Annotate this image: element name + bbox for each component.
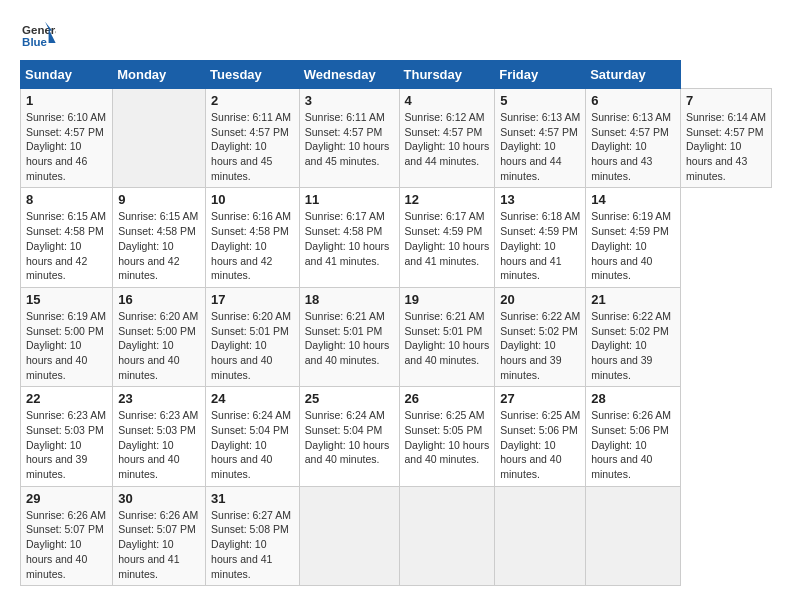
calendar-cell: 26Sunrise: 6:25 AMSunset: 5:05 PMDayligh… <box>399 387 495 486</box>
calendar-cell: 4Sunrise: 6:12 AMSunset: 4:57 PMDaylight… <box>399 89 495 188</box>
calendar-cell: 14Sunrise: 6:19 AMSunset: 4:59 PMDayligh… <box>586 188 681 287</box>
calendar-cell: 24Sunrise: 6:24 AMSunset: 5:04 PMDayligh… <box>206 387 300 486</box>
calendar-cell: 8Sunrise: 6:15 AMSunset: 4:58 PMDaylight… <box>21 188 113 287</box>
calendar-day-header: Tuesday <box>206 61 300 89</box>
calendar-header-row: SundayMondayTuesdayWednesdayThursdayFrid… <box>21 61 772 89</box>
calendar-cell <box>495 486 586 585</box>
calendar-cell: 7Sunrise: 6:14 AMSunset: 4:57 PMDaylight… <box>680 89 771 188</box>
calendar-cell: 23Sunrise: 6:23 AMSunset: 5:03 PMDayligh… <box>113 387 206 486</box>
calendar-day-header: Monday <box>113 61 206 89</box>
calendar-cell <box>113 89 206 188</box>
calendar-cell: 30Sunrise: 6:26 AMSunset: 5:07 PMDayligh… <box>113 486 206 585</box>
calendar-cell: 11Sunrise: 6:17 AMSunset: 4:58 PMDayligh… <box>299 188 399 287</box>
calendar-cell: 27Sunrise: 6:25 AMSunset: 5:06 PMDayligh… <box>495 387 586 486</box>
calendar-day-header: Saturday <box>586 61 681 89</box>
calendar-cell: 20Sunrise: 6:22 AMSunset: 5:02 PMDayligh… <box>495 287 586 386</box>
calendar-cell: 1Sunrise: 6:10 AMSunset: 4:57 PMDaylight… <box>21 89 113 188</box>
calendar-day-header: Wednesday <box>299 61 399 89</box>
calendar-cell: 29Sunrise: 6:26 AMSunset: 5:07 PMDayligh… <box>21 486 113 585</box>
svg-text:Blue: Blue <box>22 36 47 48</box>
calendar-cell: 28Sunrise: 6:26 AMSunset: 5:06 PMDayligh… <box>586 387 681 486</box>
calendar-day-header: Thursday <box>399 61 495 89</box>
page-header: General Blue <box>20 20 772 50</box>
logo-icon: General Blue <box>20 20 56 50</box>
calendar-cell: 13Sunrise: 6:18 AMSunset: 4:59 PMDayligh… <box>495 188 586 287</box>
calendar-cell: 10Sunrise: 6:16 AMSunset: 4:58 PMDayligh… <box>206 188 300 287</box>
calendar-day-header: Sunday <box>21 61 113 89</box>
calendar-cell: 9Sunrise: 6:15 AMSunset: 4:58 PMDaylight… <box>113 188 206 287</box>
calendar-cell: 5Sunrise: 6:13 AMSunset: 4:57 PMDaylight… <box>495 89 586 188</box>
calendar-cell: 21Sunrise: 6:22 AMSunset: 5:02 PMDayligh… <box>586 287 681 386</box>
calendar-cell: 16Sunrise: 6:20 AMSunset: 5:00 PMDayligh… <box>113 287 206 386</box>
calendar-cell: 3Sunrise: 6:11 AMSunset: 4:57 PMDaylight… <box>299 89 399 188</box>
calendar-cell: 6Sunrise: 6:13 AMSunset: 4:57 PMDaylight… <box>586 89 681 188</box>
calendar-table: SundayMondayTuesdayWednesdayThursdayFrid… <box>20 60 772 586</box>
calendar-cell: 19Sunrise: 6:21 AMSunset: 5:01 PMDayligh… <box>399 287 495 386</box>
calendar-cell: 15Sunrise: 6:19 AMSunset: 5:00 PMDayligh… <box>21 287 113 386</box>
calendar-cell: 17Sunrise: 6:20 AMSunset: 5:01 PMDayligh… <box>206 287 300 386</box>
calendar-day-header: Friday <box>495 61 586 89</box>
calendar-cell <box>299 486 399 585</box>
calendar-cell <box>399 486 495 585</box>
calendar-cell: 18Sunrise: 6:21 AMSunset: 5:01 PMDayligh… <box>299 287 399 386</box>
logo: General Blue <box>20 20 60 50</box>
calendar-cell: 31Sunrise: 6:27 AMSunset: 5:08 PMDayligh… <box>206 486 300 585</box>
calendar-cell: 12Sunrise: 6:17 AMSunset: 4:59 PMDayligh… <box>399 188 495 287</box>
calendar-cell: 22Sunrise: 6:23 AMSunset: 5:03 PMDayligh… <box>21 387 113 486</box>
calendar-cell: 2Sunrise: 6:11 AMSunset: 4:57 PMDaylight… <box>206 89 300 188</box>
calendar-cell <box>586 486 681 585</box>
calendar-cell: 25Sunrise: 6:24 AMSunset: 5:04 PMDayligh… <box>299 387 399 486</box>
